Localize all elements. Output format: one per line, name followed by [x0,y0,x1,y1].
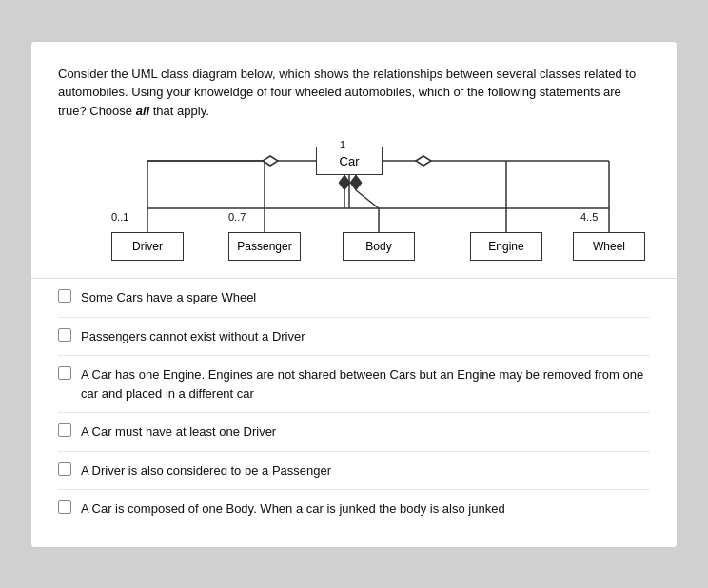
checkbox-1[interactable] [58,289,71,303]
svg-marker-8 [263,156,278,166]
car-class-box: Car [316,147,383,175]
option-item-2: Passengers cannot exist without a Driver [58,318,650,357]
engine-label: Engine [488,240,523,253]
mult-passenger-label: 0..7 [228,211,246,223]
question-text-part2: that apply. [149,104,209,118]
car-label: Car [340,154,360,168]
mult-1: 1 [340,139,345,150]
option-label-3: A Car has one Engine. Engines are not sh… [81,365,650,402]
uml-diagram: Car 1 Driver Passenger Body Engine Wheel [59,137,649,261]
checkbox-5[interactable] [58,462,71,476]
svg-marker-14 [416,156,431,166]
mult-driver-label: 0..1 [111,211,128,223]
checkbox-4[interactable] [58,423,71,437]
option-item-1: Some Cars have a spare Wheel [58,279,650,318]
option-item-5: A Driver is also considered to be a Pass… [58,452,650,491]
svg-marker-18 [339,175,350,190]
mult-passenger: 0..7 [228,211,246,223]
passenger-class-box: Passenger [228,232,301,261]
body-class-box: Body [343,232,415,261]
option-item-6: A Car is composed of one Body. When a ca… [58,490,650,528]
svg-marker-19 [350,175,362,190]
wheel-class-box: Wheel [573,232,645,261]
engine-class-box: Engine [470,232,542,261]
mult-wheel-label: 4..5 [580,211,598,223]
wheel-label: Wheel [593,240,625,253]
option-label-5: A Driver is also considered to be a Pass… [81,461,331,480]
option-item-4: A Car must have at least one Driver [58,413,650,452]
main-card: Consider the UML class diagram below, wh… [30,41,678,548]
mult-top-driver-label: 1 [340,139,345,150]
checkbox-3[interactable] [58,366,71,380]
question-text: Consider the UML class diagram below, wh… [58,65,650,121]
question-italic: all [136,104,149,118]
checkbox-6[interactable] [58,500,71,514]
passenger-label: Passenger [237,240,291,253]
options-list: Some Cars have a spare Wheel Passengers … [58,279,650,528]
option-item-3: A Car has one Engine. Engines are not sh… [58,356,650,413]
option-label-6: A Car is composed of one Body. When a ca… [81,500,505,519]
option-label-1: Some Cars have a spare Wheel [81,288,256,307]
checkbox-2[interactable] [58,328,71,342]
option-label-2: Passengers cannot exist without a Driver [81,327,305,346]
option-label-4: A Car must have at least one Driver [81,422,276,441]
body-label: Body [365,240,391,253]
svg-line-21 [356,190,379,208]
driver-label: Driver [132,240,163,253]
mult-driver: 0..1 [111,211,128,223]
uml-diagram-area: Car 1 Driver Passenger Body Engine Wheel [58,137,650,261]
driver-class-box: Driver [111,232,184,261]
mult-wheel: 4..5 [580,211,598,223]
